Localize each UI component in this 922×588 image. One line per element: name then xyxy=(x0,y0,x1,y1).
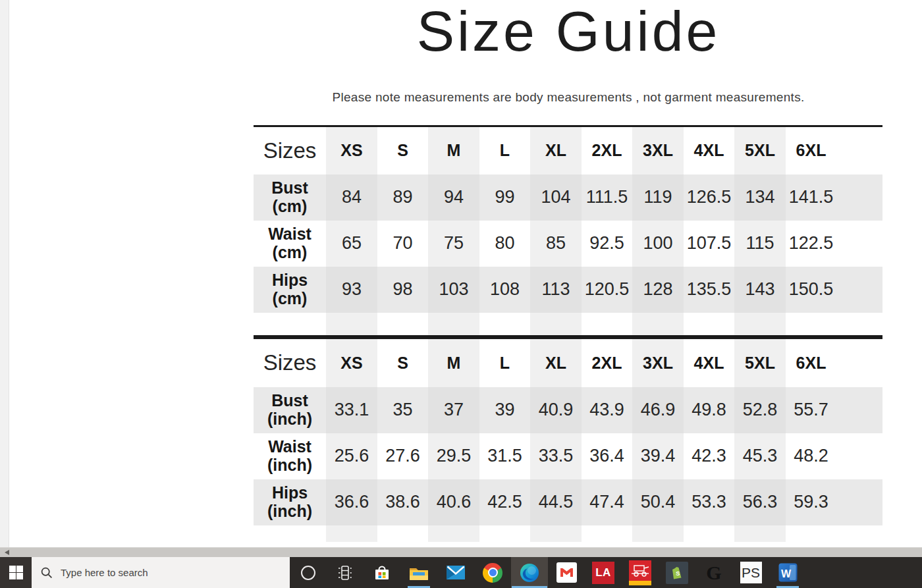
spacer-cell xyxy=(684,525,734,542)
measurement-value: 135.5 xyxy=(684,267,734,313)
taskbar-item-photoshop[interactable]: PS xyxy=(732,557,769,588)
spacer-cell xyxy=(428,525,479,542)
taskbar-item-file-explorer[interactable] xyxy=(400,557,437,588)
measurement-value: 38.6 xyxy=(377,479,428,525)
spacer-cell xyxy=(326,313,377,335)
measurement-value: 84 xyxy=(326,174,377,221)
measurement-value: 42.5 xyxy=(479,479,530,525)
measurement-value: 50.4 xyxy=(632,479,684,525)
horizontal-scrollbar[interactable] xyxy=(0,547,922,557)
spacer-cell xyxy=(582,313,632,335)
taskbar-item-edge[interactable] xyxy=(511,557,548,588)
measurement-value: 31.5 xyxy=(479,433,530,479)
size-col-header: S xyxy=(377,126,428,174)
spacer-cell xyxy=(786,525,836,542)
spacer-cell xyxy=(326,525,377,542)
sizes-header-label: Sizes xyxy=(254,126,326,174)
taskbar-item-gmail[interactable] xyxy=(548,557,585,588)
measurement-value: 39.4 xyxy=(632,433,684,479)
measurement-value: 48.2 xyxy=(786,433,836,479)
spacer-cell xyxy=(254,525,326,542)
trailing-cell xyxy=(836,267,882,313)
spacer-cell xyxy=(836,313,882,335)
trailing-cell xyxy=(836,387,882,433)
file-explorer-icon xyxy=(408,564,429,581)
spacer-cell xyxy=(428,313,479,335)
size-col-header: S xyxy=(377,339,428,387)
measurement-value: 128 xyxy=(632,267,684,313)
measurement-value: 55.7 xyxy=(786,387,836,433)
search-placeholder: Type here to search xyxy=(61,567,148,578)
measurement-value: 33.5 xyxy=(530,433,582,479)
measurement-value: 115 xyxy=(734,221,786,267)
measurement-value: 52.8 xyxy=(734,387,786,433)
measurement-value: 40.9 xyxy=(530,387,582,433)
taskbar-item-task-view[interactable] xyxy=(327,557,364,588)
windows-logo-icon xyxy=(9,566,23,579)
cortana-icon xyxy=(301,566,315,580)
size-col-header: 5XL xyxy=(734,126,786,174)
task-view-icon xyxy=(337,564,354,581)
g-logo-icon: G xyxy=(706,562,721,584)
measurement-row-label: Hips(inch) xyxy=(254,479,326,525)
trailing-cell xyxy=(836,479,882,525)
measurement-value: 37 xyxy=(428,387,479,433)
scroll-left-arrow-icon[interactable] xyxy=(5,550,9,555)
measurement-value: 141.5 xyxy=(786,174,836,221)
trailing-cell xyxy=(836,221,882,267)
measurement-row-label: Hips(cm) xyxy=(254,267,326,313)
gmail-icon xyxy=(556,562,577,583)
la-app-icon: LA xyxy=(592,562,614,584)
taskbar-item-shopify[interactable]: S xyxy=(659,557,695,588)
taskbar-item-wells-fargo[interactable] xyxy=(622,557,659,588)
measurement-row-label: Bust(cm) xyxy=(254,174,326,221)
chrome-icon xyxy=(483,563,502,583)
measurement-value: 56.3 xyxy=(734,479,786,525)
measurement-value: 134 xyxy=(734,174,786,221)
measurement-value: 42.3 xyxy=(684,433,734,479)
size-col-header: 4XL xyxy=(684,126,734,174)
taskbar-item-microsoft-store[interactable] xyxy=(364,557,400,588)
taskbar-search-input[interactable]: Type here to search xyxy=(32,557,290,588)
taskbar-item-chrome[interactable] xyxy=(474,557,511,588)
measurement-value: 100 xyxy=(632,221,684,267)
size-table-cm: SizesXSSMLXL2XL3XL4XL5XL6XLBust(cm)84899… xyxy=(254,125,882,335)
taskbar-item-word[interactable]: W xyxy=(769,557,806,588)
taskbar-item-la-app[interactable]: LA xyxy=(585,557,622,588)
measurement-value: 113 xyxy=(530,267,582,313)
measurement-value: 103 xyxy=(428,267,479,313)
search-icon xyxy=(40,566,53,579)
size-col-header: 2XL xyxy=(582,126,632,174)
size-col-header: 3XL xyxy=(632,126,684,174)
left-scroll-gutter xyxy=(0,0,9,547)
measurement-value: 53.3 xyxy=(684,479,734,525)
measurement-value: 65 xyxy=(326,221,377,267)
taskbar-item-mail[interactable] xyxy=(437,557,474,588)
size-guide-tables: SizesXSSMLXL2XL3XL4XL5XL6XLBust(cm)84899… xyxy=(254,125,883,542)
taskbar-item-cortana[interactable] xyxy=(290,557,327,588)
spacer-cell xyxy=(530,313,582,335)
measurement-value: 47.4 xyxy=(582,479,632,525)
measurement-value: 39 xyxy=(479,387,530,433)
spacer-cell xyxy=(479,313,530,335)
measurement-value: 75 xyxy=(428,221,479,267)
size-col-header: XL xyxy=(530,339,582,387)
measurement-value: 99 xyxy=(479,174,530,221)
taskbar-item-g-app[interactable]: G xyxy=(695,557,732,588)
start-button[interactable] xyxy=(0,557,32,588)
spacer-cell xyxy=(632,525,684,542)
page-title: Size Guide xyxy=(9,0,922,61)
measurement-value: 59.3 xyxy=(786,479,836,525)
measurement-value: 43.9 xyxy=(582,387,632,433)
size-col-header: L xyxy=(479,126,530,174)
taskbar: Type here to search xyxy=(0,557,922,588)
spacer-cell xyxy=(734,525,786,542)
measurement-value: 107.5 xyxy=(684,221,734,267)
measurement-value: 108 xyxy=(479,267,530,313)
measurement-value: 44.5 xyxy=(530,479,582,525)
svg-text:W: W xyxy=(781,568,792,579)
measurement-value: 93 xyxy=(326,267,377,313)
trailing-cell xyxy=(836,433,882,479)
measurement-value: 98 xyxy=(377,267,428,313)
measurement-value: 119 xyxy=(632,174,684,221)
